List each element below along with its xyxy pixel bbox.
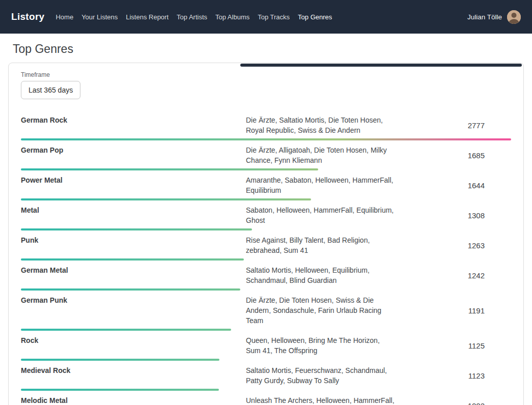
nav-item-top-artists[interactable]: Top Artists — [177, 13, 207, 21]
person-icon — [507, 10, 521, 24]
genre-artists: Rise Against, Billy Talent, Bad Religion… — [246, 235, 395, 255]
genre-count: 1123 — [395, 371, 511, 380]
genre-artists: Die Ärzte, Saltatio Mortis, Die Toten Ho… — [246, 115, 395, 135]
genre-count: 1308 — [395, 211, 511, 220]
genre-count: 1685 — [395, 151, 511, 160]
genre-artists: Amaranthe, Sabaton, Helloween, HammerFal… — [246, 175, 395, 195]
genre-list: German RockDie Ärzte, Saltatio Mortis, D… — [21, 110, 511, 405]
timeframe-label: Timeframe — [21, 71, 511, 78]
genre-row: German PunkDie Ärzte, Die Toten Hosen, S… — [21, 291, 511, 331]
genre-name: German Metal — [21, 265, 246, 275]
nav-item-your-listens[interactable]: Your Listens — [81, 13, 118, 21]
genre-row: Melodic MetalUnleash The Archers, Hellow… — [21, 391, 511, 405]
user-avatar[interactable] — [507, 10, 521, 24]
page-title: Top Genres — [8, 42, 524, 56]
genre-count: 1191 — [395, 306, 511, 315]
genre-name: Melodic Metal — [21, 395, 246, 405]
app-logo[interactable]: Listory — [11, 11, 44, 22]
timeframe-control: Timeframe Last 365 days — [21, 71, 511, 99]
genre-count: 1002 — [395, 401, 511, 405]
user-menu[interactable]: Julian Tölle — [467, 10, 521, 24]
genre-name: Punk — [21, 235, 246, 245]
genre-artists: Die Ärzte, Die Toten Hosen, Swiss & Die … — [246, 295, 395, 326]
genre-count: 1644 — [395, 181, 511, 190]
top-nav: Listory HomeYour ListensListens ReportTo… — [0, 0, 532, 34]
main-content: Top Genres Timeframe Last 365 days Germa… — [0, 42, 532, 405]
genre-artists: Queen, Helloween, Bring Me The Horizon, … — [246, 335, 395, 356]
genre-name: German Pop — [21, 145, 246, 155]
genre-name: German Rock — [21, 115, 246, 125]
genre-artists: Saltatio Mortis, Helloween, Equilibrium,… — [246, 265, 395, 285]
nav-item-top-tracks[interactable]: Top Tracks — [258, 13, 290, 21]
genre-count: 1242 — [395, 271, 511, 280]
user-name: Julian Tölle — [467, 13, 502, 21]
genre-count: 1263 — [395, 241, 511, 250]
genre-row: German RockDie Ärzte, Saltatio Mortis, D… — [21, 110, 511, 140]
genre-name: Power Metal — [21, 175, 246, 185]
nav-item-top-albums[interactable]: Top Albums — [215, 13, 249, 21]
genre-artists: Saltatio Mortis, Feuerschwanz, Schandmau… — [246, 365, 395, 386]
genre-row: MetalSabaton, Helloween, HammerFall, Equ… — [21, 200, 511, 230]
top-genres-card: Timeframe Last 365 days German RockDie Ä… — [8, 63, 524, 405]
genre-row: Power MetalAmaranthe, Sabaton, Helloween… — [21, 170, 511, 200]
genre-artists: Unleash The Archers, Helloween, HammerFa… — [246, 395, 395, 405]
nav-links: HomeYour ListensListens ReportTop Artist… — [55, 13, 340, 21]
horizontal-scrollbar-thumb[interactable] — [240, 64, 522, 67]
genre-name: Metal — [21, 205, 246, 215]
timeframe-select[interactable]: Last 365 days — [21, 81, 80, 99]
genre-name: German Punk — [21, 295, 246, 305]
genre-count: 2777 — [395, 121, 511, 130]
genre-count: 1125 — [395, 341, 511, 350]
genre-name: Medieval Rock — [21, 365, 246, 375]
genre-name: Rock — [21, 335, 246, 345]
nav-item-home[interactable]: Home — [55, 13, 73, 21]
genre-row: German MetalSaltatio Mortis, Helloween, … — [21, 261, 511, 291]
genre-row: Medieval RockSaltatio Mortis, Feuerschwa… — [21, 361, 511, 391]
genre-artists: Sabaton, Helloween, HammerFall, Equilibr… — [246, 205, 395, 225]
genre-artists: Die Ärzte, Alligatoah, Die Toten Hosen, … — [246, 145, 395, 165]
nav-item-top-genres[interactable]: Top Genres — [298, 13, 332, 21]
genre-row: RockQueen, Helloween, Bring Me The Horiz… — [21, 331, 511, 361]
genre-row: PunkRise Against, Billy Talent, Bad Reli… — [21, 230, 511, 261]
genre-row: German PopDie Ärzte, Alligatoah, Die Tot… — [21, 140, 511, 170]
nav-item-listens-report[interactable]: Listens Report — [126, 13, 169, 21]
